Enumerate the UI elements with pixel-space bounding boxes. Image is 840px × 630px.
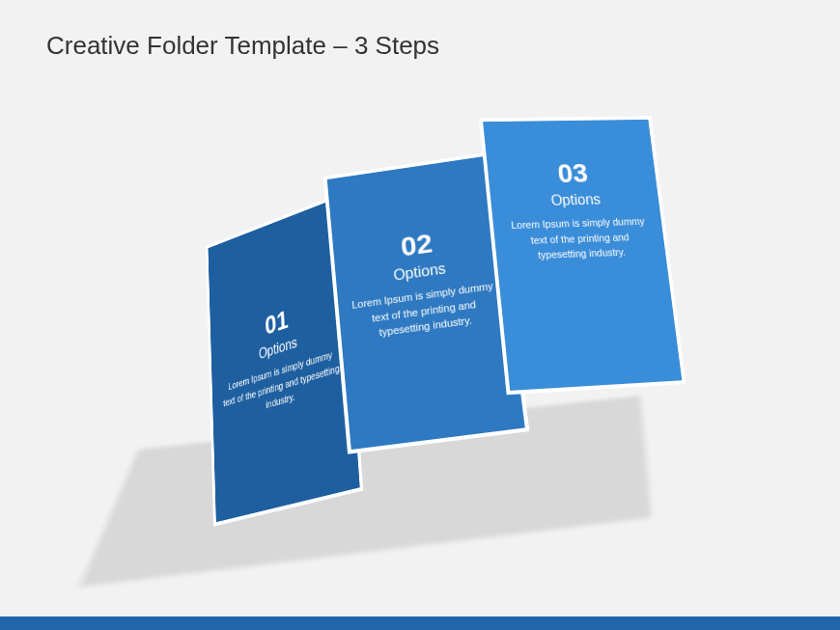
footer-bar [0, 616, 840, 630]
panel-03: 03 Options Lorem Ipsum is simply dummy t… [479, 116, 686, 395]
folder-stage: 01 Options Lorem Ipsum is simply dummy t… [0, 0, 840, 630]
panel-03-number: 03 [487, 156, 657, 191]
panel-03-body: Lorem Ipsum is simply dummy text of the … [492, 213, 666, 264]
panel-03-label: Options [490, 190, 659, 211]
